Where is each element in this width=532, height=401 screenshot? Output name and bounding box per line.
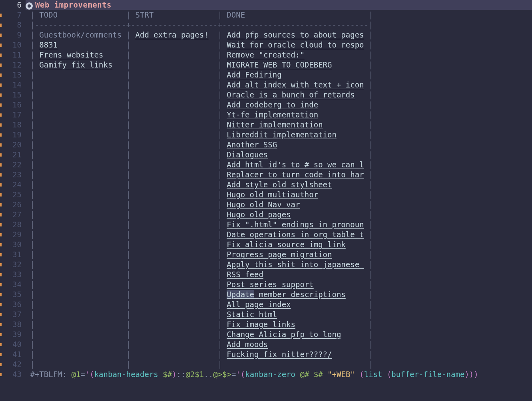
row-content[interactable]: | | | Change Alicia pfp to long | <box>26 330 373 339</box>
bookmark-icon <box>0 123 2 127</box>
gutter: 27 <box>0 210 26 220</box>
row-content[interactable]: | | | Apply this shit into japanese | <box>26 260 373 270</box>
row-content[interactable]: | | | Yt-fe implementation | <box>26 110 373 120</box>
line-number: 35 <box>0 290 26 300</box>
bookmark-icon <box>0 54 2 57</box>
bookmark-icon <box>0 83 2 87</box>
line-number: 9 <box>0 30 26 40</box>
table-row: 10 | 8831 | | Wait for oracle cloud to r… <box>0 40 532 50</box>
bookmark-icon <box>0 24 2 27</box>
gutter: 29 <box>0 230 26 240</box>
row-content[interactable]: | | | Dialogues | <box>26 150 373 160</box>
heading-text: Web improvements <box>35 0 112 9</box>
bookmark-icon <box>0 343 2 346</box>
row-content[interactable]: | Gamify fix links | | MIGRATE WEB TO CO… <box>26 60 373 70</box>
line-number: 25 <box>0 190 26 200</box>
line-number: 20 <box>0 140 26 150</box>
tblfm-row: 43 #+TBLFM: @1='(kanban-headers $#)::@2$… <box>0 369 532 379</box>
table-separator: |--------------------+------------------… <box>26 20 373 30</box>
row-content[interactable]: | | | Libreddit implementation | <box>26 130 373 140</box>
gutter: 10 <box>0 40 26 50</box>
line-number: 32 <box>0 260 26 270</box>
row-content[interactable]: | | | Update member descriptions | <box>26 290 373 300</box>
row-content[interactable]: | | | Fucking fix nitter????/ | <box>26 349 373 359</box>
bookmark-icon <box>0 223 2 226</box>
table-row: 9 | Guestbook/comments | Add extra pages… <box>0 30 532 40</box>
row-content[interactable]: | | | Post series support | <box>26 280 373 290</box>
gutter: 17 <box>0 110 26 120</box>
row-content[interactable]: | | | Fix image links | <box>26 320 373 330</box>
row-content[interactable]: | | | Fix alicia source img link | <box>26 240 373 250</box>
row-content[interactable]: | | | Another SSG | <box>26 140 373 150</box>
row-content[interactable]: | | | Add alt index with text + icon | <box>26 80 373 90</box>
table-row: 34 | | | Post series support | <box>0 280 532 290</box>
row-content[interactable]: | | | Hugo old multiauthor | <box>26 190 373 200</box>
table-row: 35 | | | Update member descriptions | <box>0 290 532 300</box>
table-row: 12 | Gamify fix links | | MIGRATE WEB TO… <box>0 60 532 70</box>
row-content[interactable]: | | | Oracle is a bunch of retards | <box>26 90 373 100</box>
table-row: 15 | | | Oracle is a bunch of retards | <box>0 90 532 100</box>
row-content[interactable]: | | | Add html id's to # so we can l | <box>26 160 373 170</box>
bookmark-icon <box>0 323 2 326</box>
gutter: 34 <box>0 280 26 290</box>
line-number: 19 <box>0 130 26 140</box>
row-content[interactable]: | | | Nitter implementation | <box>26 120 373 130</box>
table-row: 17 | | | Yt-fe implementation | <box>0 110 532 120</box>
line-number: 7 <box>0 10 26 20</box>
line-number: 11 <box>0 50 26 60</box>
row-content[interactable]: | | | | <box>26 359 373 369</box>
bookmark-icon <box>0 153 2 157</box>
line-number: 26 <box>0 200 26 210</box>
table-row: 31 | | | Progress page migration | <box>0 250 532 260</box>
row-content[interactable]: | | | Add Fediring | <box>26 70 373 80</box>
row-content[interactable]: | | | Add codeberg to inde | <box>26 100 373 110</box>
gutter: 18 <box>0 120 26 130</box>
line-number: 43 <box>0 369 26 379</box>
row-content[interactable]: | | | Date operations in org table t | <box>26 230 373 240</box>
gutter: 22 <box>0 160 26 170</box>
gutter: 36 <box>0 300 26 310</box>
row-content[interactable]: | | | Add style old stylsheet | <box>26 180 373 190</box>
table-row: 25 | | | Hugo old multiauthor | <box>0 190 532 200</box>
line-number: 38 <box>0 320 26 330</box>
gutter: 20 <box>0 140 26 150</box>
tblfm: #+TBLFM: @1='(kanban-headers $#)::@2$1..… <box>26 369 478 379</box>
table-header-row: 7 | TODO | STRT | DONE | <box>0 10 532 20</box>
bookmark-icon <box>0 293 2 296</box>
row-content[interactable]: | | | Fix ".html" endings in pronoun | <box>26 220 373 230</box>
line-number: 6 <box>0 0 26 10</box>
row-content[interactable]: | Guestbook/comments | Add extra pages! … <box>26 30 373 40</box>
table-row: 11 | Frens websites | | Remove "created:… <box>0 50 532 60</box>
bookmark-icon <box>0 183 2 187</box>
bookmark-icon <box>0 14 2 17</box>
line-number: 13 <box>0 70 26 80</box>
gutter: 9 <box>0 30 26 40</box>
bookmark-icon <box>0 213 2 216</box>
gutter: 12 <box>0 60 26 70</box>
row-content[interactable]: | | | Add moods | <box>26 339 373 349</box>
row-content[interactable]: | | | Static html | <box>26 310 373 320</box>
line-number: 37 <box>0 310 26 320</box>
bookmark-icon <box>0 143 2 147</box>
line-number: 15 <box>0 90 26 100</box>
row-content[interactable]: | | | Progress page migration | <box>26 250 373 260</box>
table-row: 38 | | | Fix image links | <box>0 320 532 330</box>
row-content[interactable]: | | | Hugo old pages | <box>26 210 373 220</box>
row-content[interactable]: | 8831 | | Wait for oracle cloud to resp… <box>26 40 373 50</box>
table-row: 39 | | | Change Alicia pfp to long | <box>0 330 532 339</box>
editor[interactable]: 6Web improvements7 | TODO | STRT | DONE … <box>0 0 532 379</box>
row-content[interactable]: | | | Hugo old Nav var | <box>26 200 373 210</box>
table-row: 40 | | | Add moods | <box>0 339 532 349</box>
heading-row: 6Web improvements <box>0 0 532 10</box>
row-content[interactable]: | | | Replacer to turn code into har | <box>26 170 373 180</box>
gutter: 15 <box>0 90 26 100</box>
line-number: 33 <box>0 270 26 280</box>
row-content[interactable]: | | | RSS feed | <box>26 270 373 280</box>
row-content[interactable]: | | | All page index | <box>26 300 373 310</box>
bookmark-icon <box>0 73 2 77</box>
line-number: 40 <box>0 339 26 349</box>
fold-icon[interactable] <box>26 2 33 10</box>
heading[interactable]: Web improvements <box>26 0 112 10</box>
row-content[interactable]: | Frens websites | | Remove "created:" | <box>26 50 373 60</box>
bookmark-icon <box>0 243 2 246</box>
